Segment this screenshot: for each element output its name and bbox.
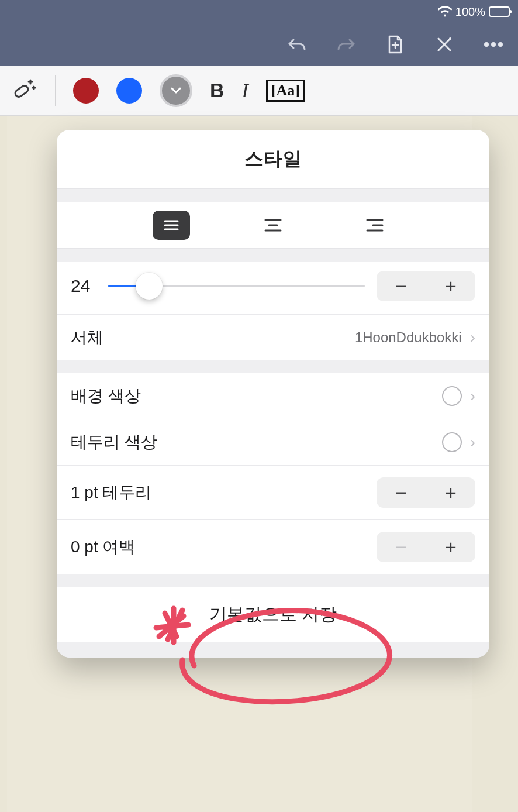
font-size-value: 24 bbox=[71, 276, 96, 296]
chevron-right-icon: › bbox=[470, 328, 475, 347]
border-size-stepper[interactable]: − + bbox=[377, 477, 475, 508]
chevron-right-icon: › bbox=[470, 433, 475, 452]
bold-button[interactable]: B bbox=[210, 79, 225, 102]
wifi-icon bbox=[438, 6, 452, 17]
chevron-right-icon: › bbox=[470, 387, 475, 405]
border-color-row[interactable]: 테두리 색상 › bbox=[57, 419, 489, 466]
stepper-plus-button[interactable]: + bbox=[426, 271, 475, 301]
stepper-plus-button[interactable]: + bbox=[426, 532, 475, 562]
svg-point-2 bbox=[491, 42, 496, 47]
bg-color-label: 배경 색상 bbox=[71, 385, 141, 407]
stepper-minus-button[interactable]: − bbox=[377, 477, 426, 508]
close-tool-button[interactable] bbox=[431, 32, 457, 57]
padding-stepper[interactable]: − + bbox=[377, 532, 475, 562]
text-style-button[interactable]: [Aa] bbox=[266, 80, 305, 102]
color-red-button[interactable] bbox=[73, 78, 99, 104]
style-popover: 스타일 24 − + 서체 bbox=[57, 130, 489, 658]
color-more-button[interactable] bbox=[160, 74, 192, 107]
add-page-button[interactable] bbox=[382, 32, 408, 57]
align-right-button[interactable] bbox=[356, 211, 393, 240]
svg-point-3 bbox=[498, 42, 503, 47]
border-size-row: 1 pt 테두리 − + bbox=[57, 466, 489, 520]
more-button[interactable] bbox=[481, 32, 506, 57]
stepper-minus-button[interactable]: − bbox=[377, 532, 426, 562]
undo-button[interactable] bbox=[284, 32, 310, 57]
battery-percent: 100% bbox=[455, 5, 485, 19]
svg-rect-4 bbox=[14, 84, 30, 98]
font-row[interactable]: 서체 1HoonDdukbokki › bbox=[57, 315, 489, 360]
magic-tool-button[interactable] bbox=[11, 76, 37, 105]
stepper-plus-button[interactable]: + bbox=[426, 477, 475, 508]
font-label: 서체 bbox=[71, 326, 103, 349]
battery-icon bbox=[489, 6, 510, 17]
align-justify-button[interactable] bbox=[153, 211, 190, 240]
italic-button[interactable]: I bbox=[242, 80, 248, 102]
redo-button[interactable] bbox=[333, 32, 359, 57]
border-color-swatch bbox=[442, 432, 462, 452]
format-toolbar: B I [Aa] bbox=[0, 66, 518, 116]
background-color-row[interactable]: 배경 색상 › bbox=[57, 373, 489, 419]
padding-label: 0 pt 여백 bbox=[71, 536, 135, 558]
popover-title: 스타일 bbox=[57, 130, 489, 189]
app-navbar bbox=[0, 23, 518, 66]
separator bbox=[55, 75, 56, 106]
status-bar: 100% bbox=[0, 0, 518, 23]
bg-color-swatch bbox=[442, 386, 462, 406]
font-size-stepper[interactable]: − + bbox=[377, 271, 475, 301]
font-size-slider[interactable] bbox=[108, 274, 365, 298]
align-center-button[interactable] bbox=[254, 211, 292, 240]
stepper-minus-button[interactable]: − bbox=[377, 271, 426, 301]
font-value: 1HoonDdukbokki bbox=[355, 329, 462, 346]
border-size-label: 1 pt 테두리 bbox=[71, 481, 151, 504]
border-color-label: 테두리 색상 bbox=[71, 431, 157, 453]
color-blue-button[interactable] bbox=[116, 78, 142, 104]
svg-point-1 bbox=[484, 42, 489, 47]
svg-point-0 bbox=[449, 37, 451, 40]
padding-row: 0 pt 여백 − + bbox=[57, 520, 489, 574]
save-default-button[interactable]: 기본값으로 저장 bbox=[57, 587, 489, 642]
